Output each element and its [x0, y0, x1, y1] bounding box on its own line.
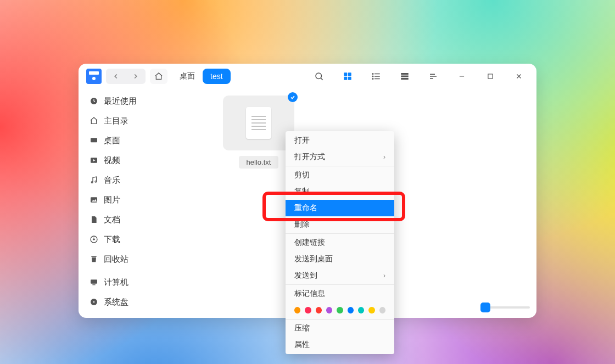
music-icon [90, 176, 98, 184]
sidebar-item-label: 最近使用 [104, 96, 137, 107]
context-menu: 打开 打开方式› 剪切 复制 重命名 删除 创建链接 发送到桌面 发送到› 标记… [286, 131, 394, 354]
chevron-right-icon: › [383, 272, 385, 279]
nav-back-forward-group [106, 69, 146, 84]
tag-color[interactable] [348, 307, 354, 313]
tag-color-row [286, 302, 394, 318]
menu-create-link[interactable]: 创建链接 [286, 234, 394, 251]
svg-rect-14 [401, 78, 409, 80]
sidebar-item-label: 文档 [104, 215, 120, 225]
sidebar-item-trash[interactable]: 回收站 [84, 249, 182, 269]
svg-point-9 [372, 74, 373, 75]
svg-rect-4 [344, 77, 347, 80]
menu-open[interactable]: 打开 [286, 132, 394, 149]
sidebar-item-label: 计算机 [104, 277, 128, 288]
svg-point-27 [95, 181, 97, 182]
breadcrumb-desktop[interactable]: 桌面 [172, 69, 203, 84]
tag-color[interactable] [294, 307, 300, 313]
svg-rect-33 [92, 284, 95, 285]
computer-icon [90, 278, 98, 287]
menu-item-label: 发送到桌面 [294, 254, 333, 264]
sidebar-item-system-disk[interactable]: 系统盘 [84, 292, 182, 312]
svg-point-0 [316, 73, 322, 79]
tag-color[interactable] [358, 307, 364, 313]
svg-rect-32 [91, 279, 97, 283]
menu-item-label: 剪切 [294, 170, 310, 180]
tag-color[interactable] [326, 307, 332, 313]
menu-item-label: 重命名 [294, 203, 317, 213]
menu-item-label: 复制 [294, 187, 310, 197]
search-button[interactable] [307, 64, 331, 89]
menu-tag-info[interactable]: 标记信息 [286, 285, 394, 302]
sidebar-item-documents[interactable]: 文档 [84, 210, 182, 229]
tag-color[interactable] [305, 307, 311, 313]
tag-color[interactable] [368, 307, 374, 313]
menu-separator [286, 233, 394, 234]
menu-item-label: 打开方式 [294, 152, 325, 162]
tag-none[interactable] [379, 307, 385, 313]
video-icon [90, 156, 98, 165]
menu-separator [286, 319, 394, 320]
zoom-slider[interactable] [480, 303, 530, 312]
svg-rect-5 [348, 77, 351, 80]
sidebar-item-recent[interactable]: 最近使用 [84, 91, 182, 111]
sidebar-item-downloads[interactable]: 下载 [84, 229, 182, 249]
sidebar-item-label: 系统盘 [104, 297, 128, 307]
sidebar-item-home[interactable]: 主目录 [84, 111, 182, 131]
menu-separator [286, 166, 394, 166]
svg-point-10 [372, 76, 373, 77]
check-icon [288, 92, 298, 102]
sidebar-item-label: 下载 [104, 234, 120, 245]
menu-delete[interactable]: 删除 [286, 216, 394, 233]
minimize-button[interactable] [450, 64, 474, 89]
tag-color[interactable] [337, 307, 343, 313]
svg-rect-3 [348, 72, 351, 76]
maximize-button[interactable] [478, 64, 502, 89]
trash-icon [90, 255, 98, 264]
chevron-right-icon: › [383, 153, 385, 161]
svg-rect-12 [401, 73, 409, 75]
close-button[interactable] [507, 64, 531, 89]
breadcrumb-current[interactable]: test [203, 69, 231, 84]
sidebar-item-video[interactable]: 视频 [84, 150, 182, 170]
menu-item-label: 属性 [294, 340, 310, 350]
view-grid-button[interactable] [336, 64, 360, 89]
svg-rect-19 [488, 74, 493, 79]
forward-button[interactable] [126, 69, 146, 84]
sidebar-item-computer[interactable]: 计算机 [84, 272, 182, 292]
svg-rect-31 [91, 256, 96, 257]
file-thumbnail [223, 96, 294, 150]
sidebar-item-pictures[interactable]: 图片 [84, 190, 182, 210]
menu-rename[interactable]: 重命名 [286, 200, 394, 216]
menu-compress[interactable]: 压缩 [286, 320, 394, 337]
menu-item-label: 打开 [294, 136, 310, 145]
svg-rect-13 [401, 76, 409, 77]
menu-open-with[interactable]: 打开方式› [286, 149, 394, 165]
sidebar-item-music[interactable]: 音乐 [84, 170, 182, 190]
sidebar-item-label: 音乐 [104, 175, 120, 186]
app-icon [86, 69, 102, 84]
hamburger-menu-button[interactable] [421, 64, 445, 89]
tag-color[interactable] [316, 307, 322, 313]
svg-line-1 [321, 78, 322, 80]
document-icon [90, 215, 98, 224]
home-button[interactable] [150, 69, 167, 84]
menu-properties[interactable]: 属性 [286, 337, 394, 353]
sidebar-item-desktop[interactable]: 桌面 [84, 131, 182, 150]
back-button[interactable] [106, 69, 126, 84]
menu-item-label: 创建链接 [294, 238, 325, 248]
view-list-button[interactable] [364, 64, 388, 89]
toolbar: 桌面 test [79, 64, 536, 89]
menu-cut[interactable]: 剪切 [286, 167, 394, 183]
sidebar-item-label: 主目录 [104, 116, 128, 126]
menu-copy[interactable]: 复制 [286, 183, 394, 200]
menu-separator [286, 284, 394, 285]
view-detail-button[interactable] [393, 64, 417, 89]
file-name-label: hello.txt [239, 156, 279, 169]
slider-thumb[interactable] [480, 303, 490, 312]
menu-item-label: 压缩 [294, 323, 310, 333]
menu-send-to[interactable]: 发送到› [286, 267, 394, 284]
clock-icon [90, 97, 98, 105]
svg-rect-23 [91, 138, 97, 142]
disk-icon [90, 298, 98, 306]
menu-send-to-desktop[interactable]: 发送到桌面 [286, 251, 394, 267]
